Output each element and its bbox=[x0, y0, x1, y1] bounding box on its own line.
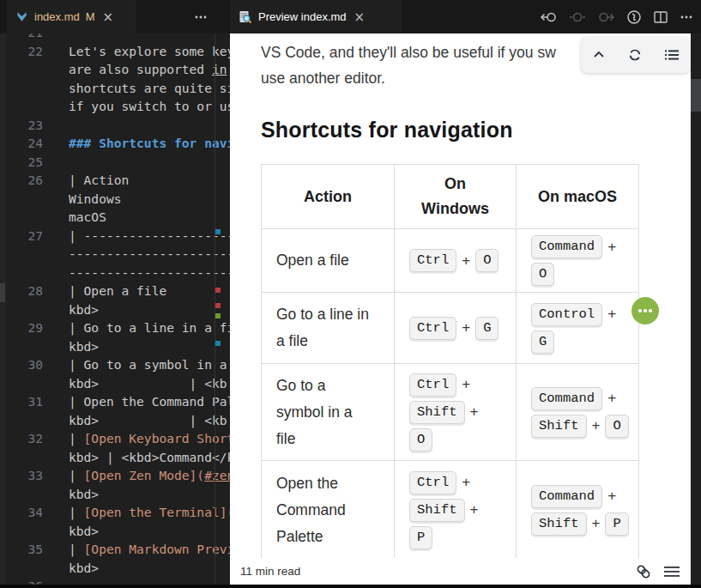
copy-link-icon[interactable] bbox=[634, 562, 653, 581]
markdown-file-icon bbox=[15, 10, 28, 23]
kbd-key: P bbox=[409, 526, 432, 549]
preview-scrollbar[interactable] bbox=[691, 33, 701, 588]
action-cell: Open theCommandPalette bbox=[262, 461, 395, 560]
kbd-key: Shift bbox=[531, 512, 587, 536]
left-editor-scrollbar[interactable] bbox=[0, 33, 6, 585]
editor-line[interactable]: 22Let's explore some keyb bbox=[0, 42, 230, 61]
editor-line[interactable]: if you switch to or use bbox=[0, 97, 230, 116]
go-forward-icon[interactable] bbox=[596, 9, 615, 25]
plus-separator: + bbox=[462, 474, 470, 491]
outline-list-icon[interactable] bbox=[664, 48, 680, 62]
editor-line[interactable]: 24### Shortcuts for navig bbox=[0, 134, 230, 153]
code-editor[interactable]: 2122Let's explore some keybare also supp… bbox=[0, 0, 230, 588]
editor-line[interactable]: ---------------------------- bbox=[0, 245, 230, 264]
kbd-key: Command bbox=[531, 235, 602, 258]
collapse-icon[interactable] bbox=[592, 48, 606, 62]
editor-line[interactable]: 32| [Open Keyboard Shortc bbox=[0, 429, 230, 448]
windows-shortcut-cell: Ctrl+Shift+O bbox=[395, 364, 517, 461]
editor-line[interactable]: kbd> bbox=[0, 300, 230, 319]
action-cell: Open a file bbox=[262, 229, 395, 293]
read-time: 11 min read bbox=[240, 565, 300, 578]
kbd-key: Shift bbox=[409, 401, 465, 424]
editor-line[interactable]: 34| [Open the Terminal]( bbox=[0, 503, 230, 522]
editor-line[interactable]: 26| Action bbox=[0, 171, 230, 190]
kbd-key: Ctrl bbox=[409, 373, 456, 397]
editor-line[interactable]: macOS bbox=[0, 208, 230, 227]
editor-line[interactable]: 28| Open a file bbox=[0, 282, 230, 300]
editor-line[interactable]: kbd> | <kbd>Command</kb bbox=[0, 448, 230, 467]
go-back-icon[interactable] bbox=[540, 9, 559, 25]
kbd-key: G bbox=[475, 317, 499, 340]
plus-separator: + bbox=[462, 319, 470, 336]
kbd-key: Ctrl bbox=[409, 471, 456, 494]
editor-line[interactable]: kbd> bbox=[0, 559, 230, 578]
tab-bar: index.md M × Preview index.md × bbox=[0, 0, 701, 33]
plus-separator: + bbox=[607, 390, 616, 407]
editor-more-actions-icon[interactable] bbox=[194, 0, 208, 33]
kbd-key: Control bbox=[531, 303, 602, 326]
plus-separator: + bbox=[462, 376, 470, 393]
close-tab-icon[interactable]: × bbox=[103, 9, 114, 25]
plus-separator: + bbox=[592, 515, 601, 532]
editor-line[interactable]: kbd> bbox=[0, 522, 230, 541]
ruler-decoration bbox=[215, 303, 221, 308]
editor-line[interactable]: shortcuts are quite sim bbox=[0, 79, 230, 98]
kbd-key: O bbox=[409, 428, 432, 452]
action-cell: Go to a line ina file bbox=[262, 293, 395, 364]
macos-shortcut-cell: Command+Shift+O bbox=[517, 364, 639, 461]
editor-line[interactable]: are also supported in bbox=[0, 60, 230, 79]
plus-separator: + bbox=[470, 501, 479, 518]
ruler-decoration bbox=[215, 288, 221, 293]
action-cell: Go to asymbol in afile bbox=[262, 364, 395, 461]
editor-line[interactable]: 25 bbox=[0, 153, 230, 172]
nav-location-icon[interactable] bbox=[569, 9, 586, 25]
more-actions-icon[interactable] bbox=[679, 9, 694, 25]
editor-line[interactable]: 31| Open the Command Pale bbox=[0, 392, 230, 411]
editor-line[interactable]: kbd> | <kb bbox=[0, 411, 230, 430]
preview-toolbar bbox=[581, 37, 691, 73]
editor-line[interactable]: 27| -------------------------- bbox=[0, 227, 230, 246]
ruler-decoration bbox=[215, 313, 221, 318]
table-header: Action bbox=[262, 165, 395, 229]
editor-line[interactable]: kbd> bbox=[0, 485, 230, 504]
markdown-preview-pane: VS Code, and they'll also be useful if y… bbox=[230, 33, 691, 585]
plus-separator: + bbox=[470, 403, 479, 421]
refresh-icon[interactable] bbox=[627, 47, 643, 63]
editor-line[interactable]: 29| Go to a line in a fil bbox=[0, 318, 230, 337]
tab-preview-index-md[interactable]: Preview index.md × bbox=[230, 0, 402, 33]
vscode-window: 2122Let's explore some keybare also supp… bbox=[0, 0, 701, 588]
plus-separator: + bbox=[462, 252, 470, 270]
table-header: On macOS bbox=[517, 165, 639, 229]
kbd-key: Shift bbox=[409, 499, 465, 522]
editor-line[interactable]: 30| Go to a symbol in a bbox=[0, 355, 230, 374]
collaborator-presence-button[interactable] bbox=[632, 297, 659, 324]
editor-line[interactable]: 23 bbox=[0, 116, 230, 135]
shortcuts-table: ActionOnWindowsOn macOS Open a fileCtrl+… bbox=[261, 164, 639, 560]
editor-line[interactable]: kbd> bbox=[0, 337, 230, 356]
run-or-debug-icon[interactable] bbox=[625, 9, 643, 26]
split-editor-icon[interactable] bbox=[653, 9, 668, 25]
left-editor-scrollbar-thumb[interactable] bbox=[0, 283, 5, 302]
editor-line[interactable]: ---------------------------- bbox=[0, 264, 230, 282]
windows-shortcut-cell: Ctrl+O bbox=[395, 229, 517, 293]
table-row: Go to asymbol in afileCtrl+Shift+OComman… bbox=[262, 364, 639, 461]
close-tab-icon[interactable]: × bbox=[354, 9, 366, 25]
table-row: Go to a line ina fileCtrl+GControl+G bbox=[262, 293, 639, 364]
kbd-key: Command bbox=[531, 387, 602, 410]
preview-scrollbar-thumb[interactable] bbox=[691, 79, 701, 112]
kbd-key: Ctrl bbox=[409, 249, 456, 272]
table-header: OnWindows bbox=[395, 165, 517, 229]
modified-badge: M bbox=[86, 10, 95, 23]
windows-shortcut-cell: Ctrl+Shift+P bbox=[395, 461, 517, 560]
editor-line[interactable]: kbd> | <kb bbox=[0, 374, 230, 393]
kbd-key: O bbox=[475, 249, 499, 272]
editor-line[interactable]: 33| [Open Zen Mode](#zen- bbox=[0, 466, 230, 485]
menu-icon[interactable] bbox=[663, 565, 680, 579]
editor-line[interactable]: 35| [Open Markdown Previe bbox=[0, 540, 230, 559]
plus-separator: + bbox=[592, 417, 601, 434]
plus-separator: + bbox=[607, 488, 616, 505]
table-row: Open theCommandPaletteCtrl+Shift+PComman… bbox=[262, 461, 639, 560]
plus-separator: + bbox=[607, 306, 616, 323]
editor-line[interactable]: Windows bbox=[0, 190, 230, 209]
tab-index-md[interactable]: index.md M × bbox=[7, 0, 136, 33]
